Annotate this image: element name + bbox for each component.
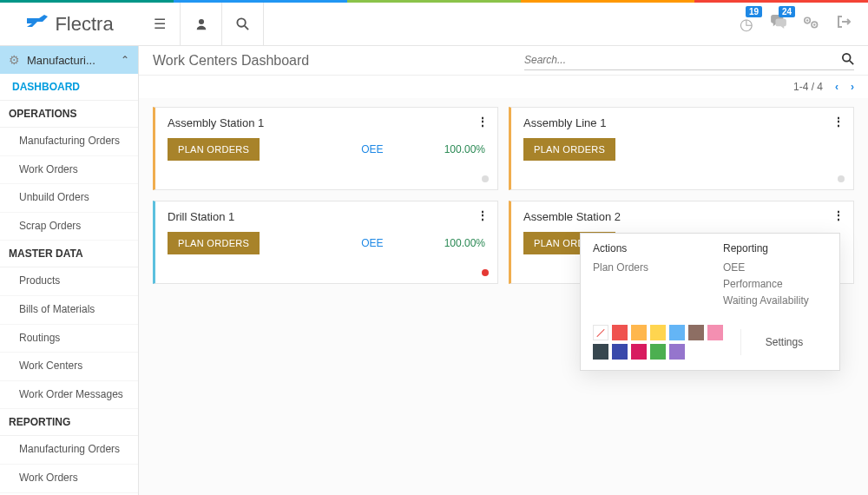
popover-rep-wait[interactable]: Waiting Availability <box>723 294 827 307</box>
svg-point-6 <box>843 53 851 61</box>
card-context-menu: Actions Plan Orders Reporting OEE Perfor… <box>580 233 840 371</box>
pager-prev-icon[interactable]: ‹ <box>835 81 838 93</box>
svg-line-7 <box>850 60 853 63</box>
oee-percent: 100.00% <box>444 237 485 249</box>
swatch[interactable] <box>593 344 608 360</box>
search-icon[interactable] <box>222 3 264 46</box>
chevron-up-icon: ⌃ <box>121 54 129 66</box>
popover-actions-head: Actions <box>593 242 697 254</box>
messages-icon[interactable]: 24 <box>771 15 786 33</box>
swatch[interactable] <box>631 344 647 360</box>
sidebar-item-workcenters[interactable]: Work Centers <box>0 353 138 381</box>
user-icon[interactable] <box>181 3 222 46</box>
sidebar-head-master: MASTER DATA <box>0 241 138 267</box>
card-title: Drill Station 1 <box>168 210 485 223</box>
svg-point-0 <box>237 18 245 26</box>
card-menu-icon[interactable]: ⋮ <box>832 115 845 129</box>
svg-point-5 <box>813 23 815 25</box>
sidebar-item-womsg[interactable]: Work Order Messages <box>0 381 138 410</box>
card-title: Assembly Line 1 <box>523 116 841 129</box>
sidebar-item-mfg-orders[interactable]: Manufacturing Orders <box>0 128 138 156</box>
swatch[interactable] <box>669 325 685 340</box>
status-dot <box>482 175 489 182</box>
module-selector[interactable]: ⚙ Manufacturi... ⌃ <box>0 46 138 74</box>
messages-badge: 24 <box>779 6 795 17</box>
svg-line-1 <box>245 26 248 30</box>
plan-orders-button[interactable]: PLAN ORDERS <box>168 138 260 161</box>
search-input[interactable] <box>524 54 842 66</box>
svg-point-4 <box>806 19 808 21</box>
brand-logo[interactable]: Flectra <box>0 13 139 36</box>
swatch[interactable] <box>631 325 647 340</box>
pager-text: 1-4 / 4 <box>793 81 823 93</box>
popover-rep-perf[interactable]: Performance <box>723 278 827 290</box>
sidebar-item-dashboard[interactable]: DASHBOARD <box>0 74 138 101</box>
oee-link[interactable]: OEE <box>361 143 383 155</box>
sidebar-head-operations: OPERATIONS <box>0 101 138 128</box>
card-menu-icon[interactable]: ⋮ <box>832 208 845 222</box>
sidebar-item-work-orders[interactable]: Work Orders <box>0 156 138 185</box>
titlebar: Work Centers Dashboard <box>139 46 868 76</box>
swatch-none[interactable] <box>593 325 608 340</box>
card-assembly-line-1: Assembly Line 1 ⋮ PLAN ORDERS <box>509 107 854 190</box>
pager: 1-4 / 4 ‹ › <box>139 76 868 98</box>
swatch[interactable] <box>669 344 685 360</box>
swatch[interactable] <box>612 325 628 340</box>
card-drill-station-1: Drill Station 1 ⋮ PLAN ORDERS OEE 100.00… <box>153 201 498 284</box>
swatch[interactable] <box>650 325 666 340</box>
oee-percent: 100.00% <box>444 143 485 155</box>
swatch[interactable] <box>707 325 723 340</box>
app-header: Flectra ☰ ◷19 24 <box>0 3 868 46</box>
sidebar: ⚙ Manufacturi... ⌃ DASHBOARD OPERATIONS … <box>0 46 139 495</box>
popover-reporting-head: Reporting <box>723 242 827 254</box>
pager-next-icon[interactable]: › <box>851 81 854 93</box>
card-title: Assemble Station 2 <box>523 210 841 223</box>
sidebar-item-unbuild[interactable]: Unbuild Orders <box>0 184 138 213</box>
hamburger-icon[interactable]: ☰ <box>139 3 181 46</box>
sidebar-head-reporting: REPORTING <box>0 409 138 436</box>
plan-orders-button[interactable]: PLAN ORDERS <box>523 138 615 161</box>
activity-badge: 19 <box>746 6 762 17</box>
sidebar-item-rep-wo[interactable]: Work Orders <box>0 465 138 493</box>
page-title: Work Centers Dashboard <box>153 53 309 69</box>
sidebar-item-routings[interactable]: Routings <box>0 325 138 353</box>
swatch[interactable] <box>688 325 704 340</box>
oee-link[interactable]: OEE <box>361 237 383 249</box>
color-swatches <box>593 325 723 360</box>
module-name: Manufacturi... <box>27 54 95 67</box>
sidebar-item-scrap[interactable]: Scrap Orders <box>0 213 138 241</box>
card-menu-icon[interactable]: ⋮ <box>477 115 489 129</box>
sidebar-item-bom[interactable]: Bills of Materials <box>0 296 138 325</box>
status-dot <box>838 175 845 182</box>
status-dot <box>482 269 489 276</box>
sidebar-item-rep-mfg[interactable]: Manufacturing Orders <box>0 436 138 465</box>
sidebar-item-products[interactable]: Products <box>0 267 138 296</box>
search-submit-icon[interactable] <box>842 53 854 68</box>
bird-icon <box>25 15 49 34</box>
brand-text: Flectra <box>55 13 113 36</box>
plan-orders-button[interactable]: PLAN ORDERS <box>168 232 260 254</box>
card-menu-icon[interactable]: ⋮ <box>477 208 489 222</box>
popover-rep-oee[interactable]: OEE <box>723 261 827 274</box>
popover-settings-link[interactable]: Settings <box>740 329 827 355</box>
card-title: Assembly Station 1 <box>168 116 485 129</box>
logout-icon[interactable] <box>837 15 851 33</box>
swatch[interactable] <box>612 344 628 360</box>
swatch[interactable] <box>650 344 666 360</box>
activity-icon[interactable]: ◷19 <box>740 15 753 34</box>
card-assembly-station-1: Assembly Station 1 ⋮ PLAN ORDERS OEE 100… <box>153 107 498 190</box>
search-field[interactable] <box>524 51 854 70</box>
top-accent-stripe <box>0 0 868 3</box>
popover-action-plan[interactable]: Plan Orders <box>593 261 697 274</box>
gear-icon: ⚙ <box>9 53 20 67</box>
settings-icon[interactable] <box>804 15 819 33</box>
